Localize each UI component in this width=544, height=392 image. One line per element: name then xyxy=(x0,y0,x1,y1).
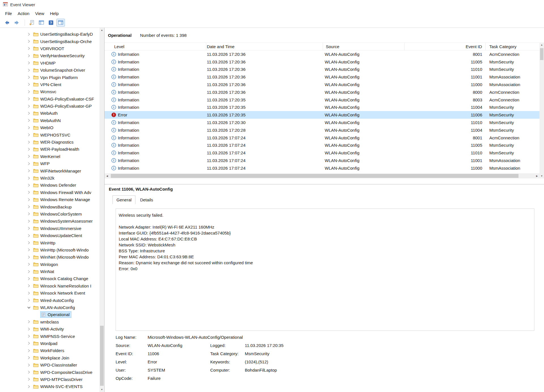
chevron-right-icon[interactable] xyxy=(27,140,31,144)
tree-item[interactable]: Win32k xyxy=(0,174,99,182)
event-row[interactable]: Information11.03.2026 17:20:36WLAN-AutoC… xyxy=(105,88,544,96)
tree-item[interactable]: Winlogon xyxy=(0,261,99,268)
tree-item[interactable]: WER-Diagnostics xyxy=(0,139,99,146)
tree-item[interactable]: Windows Defender xyxy=(0,182,99,189)
chevron-right-icon[interactable] xyxy=(27,219,31,223)
tree-scrollbar[interactable]: ▲ ▼ xyxy=(99,28,104,392)
tree-item[interactable]: WinNat xyxy=(0,268,99,275)
help-button[interactable]: ? xyxy=(47,19,55,27)
chevron-right-icon[interactable] xyxy=(27,154,31,159)
chevron-right-icon[interactable] xyxy=(27,125,31,130)
event-row[interactable]: Information11.03.2026 17:20:36WLAN-AutoC… xyxy=(105,58,544,66)
tree-item[interactable]: WindowsSystemAssessmer xyxy=(0,218,99,225)
tree-item[interactable]: WDAG-PolicyEvaluator-CSF xyxy=(0,95,99,103)
chevron-right-icon[interactable] xyxy=(27,169,31,173)
tree-item[interactable]: Winsock Catalog Change xyxy=(0,275,99,282)
tree-item[interactable]: Windows Remote Manage xyxy=(0,196,99,203)
chevron-right-icon[interactable] xyxy=(27,284,31,288)
event-row[interactable]: Error11.03.2026 17:20:35WLAN-AutoConfig1… xyxy=(105,111,544,119)
events-hscrollbar[interactable]: ◀ ▶ xyxy=(105,173,539,178)
chevron-right-icon[interactable] xyxy=(27,90,31,94)
tree-item[interactable]: WindowsColorSystem xyxy=(0,210,99,218)
column-header-level[interactable]: Level xyxy=(108,43,206,50)
tree-item[interactable]: VDRVROOT xyxy=(0,45,99,52)
chevron-right-icon[interactable] xyxy=(27,240,31,245)
events-scrollbar[interactable]: ▲ ▼ xyxy=(539,42,544,178)
event-row[interactable]: Information11.03.2026 17:20:35WLAN-AutoC… xyxy=(105,104,544,111)
event-row[interactable]: Information11.03.2026 17:07:24WLAN-AutoC… xyxy=(105,164,544,172)
tree-item[interactable]: WPD-CompositeClassDrive xyxy=(0,368,99,376)
event-row[interactable]: Information11.03.2026 17:07:24WLAN-AutoC… xyxy=(105,149,544,157)
chevron-right-icon[interactable] xyxy=(27,176,31,180)
events-scrollbar-thumb[interactable] xyxy=(540,48,543,60)
chevron-right-icon[interactable] xyxy=(27,327,31,331)
chevron-right-icon[interactable] xyxy=(27,118,31,123)
chevron-right-icon[interactable] xyxy=(27,262,31,267)
tree-item[interactable]: WindowsUIImmersive xyxy=(0,225,99,232)
chevron-right-icon[interactable] xyxy=(27,212,31,216)
column-header-date-and-time[interactable]: Date and Time xyxy=(206,43,323,50)
chevron-right-icon[interactable] xyxy=(27,39,31,44)
tree-item[interactable]: WMI-Activity xyxy=(0,325,99,333)
menu-item-action[interactable]: Action xyxy=(15,10,32,17)
scroll-down-arrow[interactable]: ▼ xyxy=(99,387,104,392)
tree-item[interactable]: WER-PayloadHealth xyxy=(0,146,99,153)
chevron-right-icon[interactable] xyxy=(27,255,31,259)
chevron-right-icon[interactable] xyxy=(27,133,31,137)
menu-item-view[interactable]: View xyxy=(32,10,47,17)
chevron-right-icon[interactable] xyxy=(27,248,31,252)
chevron-right-icon[interactable] xyxy=(27,190,31,195)
chevron-right-icon[interactable] xyxy=(27,226,31,231)
tree-scrollbar-thumb[interactable] xyxy=(100,326,104,386)
chevron-right-icon[interactable] xyxy=(27,68,31,73)
tree-item[interactable]: WorkFolders xyxy=(0,347,99,354)
chevron-right-icon[interactable] xyxy=(27,82,31,87)
chevron-right-icon[interactable] xyxy=(27,319,31,324)
chevron-right-icon[interactable] xyxy=(27,384,31,389)
tree-item[interactable]: WindowsUpdateClient xyxy=(0,232,99,239)
tree-item[interactable]: WPD-ClassInstaller xyxy=(0,361,99,368)
chevron-right-icon[interactable] xyxy=(27,147,31,152)
tab-general[interactable]: General xyxy=(112,195,135,204)
tree-item[interactable]: Workplace Join xyxy=(0,354,99,361)
column-header-event-id[interactable]: Event ID xyxy=(405,43,486,50)
chevron-right-icon[interactable] xyxy=(27,355,31,360)
chevron-down-icon[interactable] xyxy=(27,305,31,310)
show-console-tree-button[interactable] xyxy=(37,19,46,27)
tree-item[interactable]: WinHttp xyxy=(0,239,99,246)
column-header-task-category[interactable]: Task Category xyxy=(486,43,539,50)
tree-item[interactable]: UserSettingsBackup-EarlyD xyxy=(0,31,99,38)
scroll-left-arrow[interactable]: ◀ xyxy=(105,173,110,178)
scroll-up-arrow[interactable]: ▲ xyxy=(539,42,544,47)
chevron-right-icon[interactable] xyxy=(27,348,31,353)
tree-item[interactable]: WFP xyxy=(0,160,99,167)
chevron-right-icon[interactable] xyxy=(27,363,31,367)
tree-item[interactable]: WEPHOSTSVC xyxy=(0,131,99,138)
tree-item[interactable]: Winsock NameResolution I xyxy=(0,282,99,289)
column-header-source[interactable]: Source xyxy=(323,43,405,50)
tree-item[interactable]: WDAG-PolicyEvaluator-GP xyxy=(0,103,99,110)
scroll-up-arrow[interactable]: ▲ xyxy=(99,28,104,33)
event-row[interactable]: Information11.03.2026 17:20:36WLAN-AutoC… xyxy=(105,81,544,88)
tree-item[interactable]: Windows Firewall With Adv xyxy=(0,189,99,196)
event-row[interactable]: Information11.03.2026 17:07:24WLAN-AutoC… xyxy=(105,134,544,142)
event-row[interactable]: Information11.03.2026 17:20:36WLAN-AutoC… xyxy=(105,50,544,58)
chevron-right-icon[interactable] xyxy=(27,161,31,166)
tree-item[interactable]: WerKernel xyxy=(0,153,99,160)
chevron-right-icon[interactable] xyxy=(27,54,31,58)
forward-button[interactable] xyxy=(12,19,21,27)
tree-item[interactable]: VolumeSnapshot-Driver xyxy=(0,67,99,74)
chevron-right-icon[interactable] xyxy=(27,377,31,382)
tree-item[interactable]: Wcmsvc xyxy=(0,88,99,95)
hscrollbar-thumb[interactable] xyxy=(111,174,518,178)
tree-item[interactable]: VerifyHardwareSecurity xyxy=(0,52,99,59)
back-button[interactable] xyxy=(3,19,11,27)
event-row[interactable]: Information11.03.2026 17:20:35WLAN-AutoC… xyxy=(105,96,544,104)
tree-item[interactable]: WebAuthN xyxy=(0,117,99,124)
tree-item[interactable]: Winsock Network Event xyxy=(0,289,99,297)
tree-item[interactable]: WinHttp (Microsoft-Windo xyxy=(0,246,99,253)
tree-item[interactable]: WLAN-AutoConfig xyxy=(0,304,99,311)
tree-item[interactable]: VHDMP xyxy=(0,59,99,67)
tree-item[interactable]: WWAN-SVC-EVENTS xyxy=(0,383,99,390)
chevron-right-icon[interactable] xyxy=(27,75,31,80)
